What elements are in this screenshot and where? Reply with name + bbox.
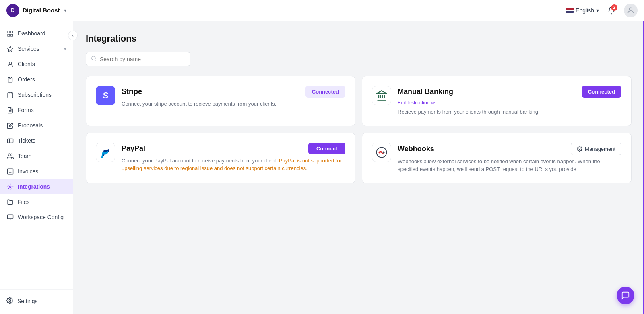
sidebar-collapse-button[interactable]: ‹	[68, 31, 78, 40]
sidebar-label-tickets: Tickets	[18, 137, 66, 144]
edit-pencil-icon: ✏	[431, 100, 435, 106]
svg-line-24	[95, 60, 96, 61]
banking-logo	[372, 86, 391, 105]
sidebar-item-invoices[interactable]: Invoices	[0, 164, 73, 179]
sidebar-item-forms[interactable]: Forms	[0, 102, 73, 118]
svg-rect-3	[10, 34, 12, 36]
gear-icon	[577, 146, 582, 152]
sidebar-item-tickets[interactable]: Tickets	[0, 133, 73, 148]
user-icon	[627, 6, 635, 15]
svg-rect-19	[7, 215, 13, 219]
manual-banking-card: Manual Banking Connected Edit Instructio…	[362, 76, 632, 126]
forms-icon	[6, 106, 14, 114]
banking-header: Manual Banking Connected	[398, 86, 621, 98]
svg-point-22	[9, 299, 10, 301]
stripe-description: Connect your stripe account to recieve p…	[122, 100, 345, 108]
subscriptions-icon	[6, 91, 14, 98]
sidebar-label-orders: Orders	[18, 76, 66, 83]
brand-name: Digital Boost	[23, 7, 60, 14]
webhooks-description: Webhooks allow external services to be n…	[398, 158, 621, 173]
sidebar-label-proposals: Proposals	[18, 122, 66, 129]
management-label: Management	[585, 146, 615, 152]
user-avatar[interactable]	[624, 4, 638, 17]
chat-icon	[621, 291, 630, 300]
paypal-connect-button[interactable]: Connect	[308, 143, 345, 154]
webhooks-card: Webhooks Management Webhooks allow exter…	[362, 133, 632, 183]
notification-badge: 2	[611, 4, 617, 11]
paypal-header: PayPal Connect	[122, 143, 345, 154]
sidebar-item-dashboard[interactable]: Dashboard	[0, 26, 73, 41]
paypal-warning-link[interactable]: PayPal is not supported for upselling se…	[122, 158, 342, 172]
language-label: English	[576, 7, 594, 14]
paypal-body: PayPal Connect Connect your PayPal accou…	[122, 143, 345, 173]
paypal-name: PayPal	[122, 144, 145, 153]
sidebar-item-proposals[interactable]: Proposals	[0, 118, 73, 133]
search-icon	[91, 56, 97, 62]
webhooks-header: Webhooks Management	[398, 143, 621, 155]
sidebar-item-services[interactable]: Services ▾	[0, 41, 73, 56]
app-layout: ‹ Dashboard Services ▾	[1, 22, 643, 314]
webhooks-logo	[372, 143, 391, 162]
sidebar-label-invoices: Invoices	[18, 168, 66, 175]
lang-chevron-icon: ▾	[596, 7, 599, 14]
sidebar-item-settings[interactable]: Settings	[0, 293, 73, 309]
svg-rect-12	[7, 139, 13, 143]
paypal-currencies-link[interactable]: certain currencies	[265, 165, 306, 171]
notifications-button[interactable]: 2	[605, 4, 618, 17]
sidebar-item-subscriptions[interactable]: Subscriptions	[0, 87, 73, 102]
sidebar-label-dashboard: Dashboard	[18, 30, 66, 37]
svg-rect-7	[8, 92, 13, 98]
sidebar-label-team: Team	[18, 153, 66, 159]
brand-chevron-icon[interactable]: ▾	[64, 8, 66, 13]
proposals-icon	[6, 122, 14, 129]
language-selector[interactable]: English ▾	[566, 7, 599, 14]
svg-point-5	[9, 62, 11, 64]
files-icon	[6, 198, 14, 206]
edit-instruction-link[interactable]: Edit Instruction ✏	[398, 100, 621, 106]
clients-icon	[6, 60, 14, 68]
svg-point-23	[92, 56, 95, 60]
svg-rect-1	[8, 31, 10, 33]
tickets-icon	[6, 137, 14, 144]
dashboard-icon	[6, 30, 14, 37]
stripe-logo: S	[96, 86, 115, 105]
workspace-icon	[6, 214, 14, 221]
svg-point-14	[8, 154, 10, 156]
paypal-icon	[99, 146, 112, 159]
svg-marker-30	[378, 91, 386, 93]
integrations-icon	[6, 183, 14, 190]
svg-point-0	[630, 8, 632, 10]
webhooks-body: Webhooks Management Webhooks allow exter…	[398, 143, 621, 173]
chat-bubble-button[interactable]	[617, 287, 634, 304]
svg-rect-4	[8, 34, 10, 36]
stripe-connected-button[interactable]: Connected	[305, 86, 345, 98]
banking-icon	[376, 90, 387, 101]
svg-point-32	[383, 151, 385, 153]
paypal-logo	[96, 143, 115, 162]
banking-name: Manual Banking	[398, 87, 453, 96]
brand-avatar: D	[6, 4, 19, 17]
services-chevron-icon: ▾	[64, 46, 66, 52]
banking-connected-button[interactable]: Connected	[582, 86, 621, 98]
banking-body: Manual Banking Connected Edit Instructio…	[398, 86, 621, 116]
stripe-name: Stripe	[122, 87, 142, 96]
svg-point-31	[379, 151, 381, 153]
search-input[interactable]	[100, 56, 185, 62]
sidebar-item-team[interactable]: Team	[0, 148, 73, 164]
sidebar-item-orders[interactable]: Orders	[0, 72, 73, 87]
sidebar-item-clients[interactable]: Clients	[0, 56, 73, 72]
sidebar-item-files[interactable]: Files	[0, 194, 73, 210]
webhooks-management-button[interactable]: Management	[571, 143, 621, 155]
sidebar-item-integrations[interactable]: Integrations	[0, 179, 73, 194]
stripe-body: Stripe Connected Connect your stripe acc…	[122, 86, 345, 108]
settings-icon	[6, 297, 13, 305]
banking-description: Recieve payments from your clients throu…	[398, 108, 621, 116]
paypal-description: Connect your PayPal account to receive p…	[122, 157, 345, 173]
sidebar-label-subscriptions: Subscriptions	[18, 91, 66, 98]
stripe-card: S Stripe Connected Connect your stripe a…	[86, 76, 355, 126]
sidebar: ‹ Dashboard Services ▾	[0, 21, 73, 314]
team-icon	[6, 152, 14, 160]
main-content: Integrations S Stripe Connected	[74, 22, 643, 314]
sidebar-item-workspace[interactable]: Workspace Config	[0, 210, 73, 225]
topbar: D Digital Boost ▾ English ▾ 2	[0, 0, 644, 21]
